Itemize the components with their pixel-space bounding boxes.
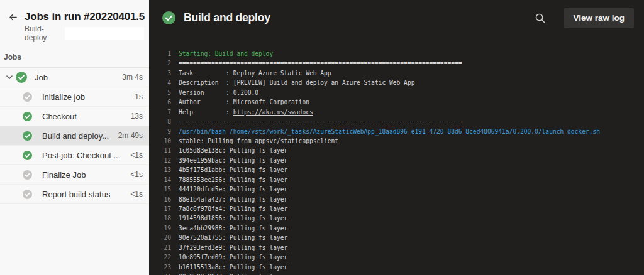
job-duration: <1s bbox=[130, 190, 143, 198]
line-number[interactable]: 6 bbox=[157, 97, 171, 107]
log-text: Starting: Build and deploy bbox=[179, 49, 273, 58]
sidebar: Jobs in run #20220401.5 Build-deploy Job… bbox=[0, 0, 149, 275]
log-link[interactable]: https://aka.ms/swadocs bbox=[233, 109, 313, 116]
log-line: 2210e895f7ed09: Pulling fs layer bbox=[157, 252, 644, 262]
job-duration: 3m 4s bbox=[122, 73, 143, 82]
log-text: 1914598d1856: Pulling fs layer bbox=[179, 213, 287, 223]
line-number[interactable]: 19 bbox=[157, 224, 171, 233]
log-line: 6Author : Microsoft Corporation bbox=[157, 97, 644, 107]
log-text: Version : 0.200.0 bbox=[179, 88, 258, 97]
line-number[interactable]: 13 bbox=[157, 165, 171, 175]
log-title: Build and deploy bbox=[184, 11, 270, 24]
line-number[interactable]: 20 bbox=[157, 233, 171, 242]
line-number[interactable]: 11 bbox=[157, 146, 171, 155]
log-text: 444120dfcd5e: Pulling fs layer bbox=[179, 185, 287, 194]
log-line: 23b16115513a8c: Pulling fs layer bbox=[157, 262, 644, 272]
log-line: 10stable: Pulling from appsvc/staticapps… bbox=[157, 136, 644, 146]
job-row[interactable]: Finalize Job<1s bbox=[0, 165, 149, 185]
success-check-icon bbox=[16, 72, 27, 83]
log-line: 2490e0b09a9932: Pulling fs layer bbox=[157, 272, 644, 275]
jobs-section-label: Jobs bbox=[0, 53, 149, 68]
page-subtitle-row: Build-deploy bbox=[25, 24, 144, 42]
job-duration: 13s bbox=[131, 112, 143, 121]
log-line: 7Help : https://aka.ms/swadocs bbox=[157, 107, 644, 117]
line-number[interactable]: 23 bbox=[157, 262, 171, 272]
log-line: 2137f293efd3e9: Pulling fs layer bbox=[157, 243, 644, 252]
log-line: 9/usr/bin/bash /home/vsts/work/_tasks/Az… bbox=[157, 127, 644, 136]
line-number[interactable]: 8 bbox=[157, 117, 171, 126]
neutral-check-icon bbox=[23, 190, 32, 199]
log-header: Build and deploy View raw log bbox=[149, 0, 644, 36]
log-text: 3eca4bb29988: Pulling fs layer bbox=[179, 224, 287, 233]
log-panel: Build and deploy View raw log 1Starting:… bbox=[149, 0, 644, 275]
line-number[interactable]: 2 bbox=[157, 58, 171, 68]
line-number[interactable]: 7 bbox=[157, 107, 171, 117]
log-line: 5Version : 0.200.0 bbox=[157, 88, 644, 97]
line-number[interactable]: 14 bbox=[157, 175, 171, 185]
search-button[interactable] bbox=[533, 11, 547, 25]
job-label: Finalize Job bbox=[42, 170, 86, 180]
log-line: 177a8c6f978fa4: Pulling fs layer bbox=[157, 204, 644, 213]
line-number[interactable]: 24 bbox=[157, 272, 171, 275]
log-text: 37f293efd3e9: Pulling fs layer bbox=[179, 243, 287, 252]
log-text: 1c05d83e138c: Pulling fs layer bbox=[179, 146, 287, 155]
log-line: 147885553ee256: Pulling fs layer bbox=[157, 175, 644, 185]
page-subtitle: Build-deploy bbox=[25, 24, 63, 42]
line-number[interactable]: 16 bbox=[157, 195, 171, 204]
log-line: 4Description : [PREVIEW] Build and deplo… bbox=[157, 78, 644, 87]
log-text: 90e0b09a9932: Pulling fs layer bbox=[179, 272, 287, 275]
job-row[interactable]: Job3m 4s bbox=[0, 68, 149, 87]
log-line: 193eca4bb29988: Pulling fs layer bbox=[157, 224, 644, 233]
chevron-down-icon[interactable] bbox=[5, 73, 14, 82]
log-line: 111c05d83e138c: Pulling fs layer bbox=[157, 146, 644, 155]
job-label: Post-job: Checkout ... bbox=[42, 151, 120, 160]
success-check-icon bbox=[23, 151, 32, 160]
job-row[interactable]: Checkout13s bbox=[0, 107, 149, 126]
job-label: Checkout bbox=[42, 112, 77, 121]
sidebar-header: Jobs in run #20220401.5 Build-deploy bbox=[0, 0, 149, 42]
log-line: 1Starting: Build and deploy bbox=[157, 49, 644, 58]
job-row[interactable]: Initialize job1s bbox=[0, 87, 149, 107]
log-text: 88e1b4afa427: Pulling fs layer bbox=[179, 195, 287, 204]
log-text: Description : [PREVIEW] Build and deploy… bbox=[179, 78, 414, 87]
log-text: b16115513a8c: Pulling fs layer bbox=[179, 262, 287, 272]
log-text: 7885553ee256: Pulling fs layer bbox=[179, 175, 287, 185]
log-line: 3Task : Deploy Azure Static Web App bbox=[157, 68, 644, 78]
app-container: Jobs in run #20220401.5 Build-deploy Job… bbox=[0, 0, 644, 275]
log-line: 1688e1b4afa427: Pulling fs layer bbox=[157, 195, 644, 204]
line-number[interactable]: 5 bbox=[157, 88, 171, 97]
log-line: 181914598d1856: Pulling fs layer bbox=[157, 213, 644, 223]
log-line: 134b5f175d1abb: Pulling fs layer bbox=[157, 165, 644, 175]
line-number[interactable]: 9 bbox=[157, 127, 171, 136]
line-number[interactable]: 10 bbox=[157, 136, 171, 146]
line-number[interactable]: 1 bbox=[157, 49, 171, 58]
job-row[interactable]: Build and deploy...2m 49s bbox=[0, 126, 149, 146]
job-row[interactable]: Post-job: Checkout ...<1s bbox=[0, 146, 149, 165]
line-number[interactable]: 18 bbox=[157, 213, 171, 223]
line-number[interactable]: 3 bbox=[157, 68, 171, 78]
log-text: Task : Deploy Azure Static Web App bbox=[179, 68, 331, 78]
line-number[interactable]: 17 bbox=[157, 204, 171, 213]
line-number[interactable]: 21 bbox=[157, 243, 171, 252]
job-label: Build and deploy... bbox=[42, 131, 109, 141]
line-number[interactable]: 12 bbox=[157, 156, 171, 165]
log-text: stable: Pulling from appsvc/staticappscl… bbox=[179, 136, 338, 146]
job-label: Initialize job bbox=[42, 92, 85, 102]
redacted-text bbox=[65, 27, 144, 40]
log-text: 4b5f175d1abb: Pulling fs layer bbox=[179, 165, 287, 175]
log-line: 2090e7520a1755: Pulling fs layer bbox=[157, 233, 644, 242]
job-row[interactable]: Report build status<1s bbox=[0, 185, 149, 204]
jobs-list: Job3m 4sInitialize job1sCheckout13sBuild… bbox=[0, 68, 149, 204]
log-text: Author : Microsoft Corporation bbox=[179, 97, 309, 107]
job-label: Report build status bbox=[42, 190, 110, 199]
view-raw-log-button[interactable]: View raw log bbox=[564, 8, 634, 28]
back-button[interactable] bbox=[6, 10, 19, 24]
log-text: 10e895f7ed09: Pulling fs layer bbox=[179, 252, 287, 262]
line-number[interactable]: 22 bbox=[157, 252, 171, 262]
line-number[interactable]: 4 bbox=[157, 78, 171, 87]
success-check-icon bbox=[162, 11, 175, 24]
job-duration: <1s bbox=[130, 151, 143, 159]
line-number[interactable]: 15 bbox=[157, 185, 171, 194]
success-check-icon bbox=[23, 131, 32, 141]
job-label: Job bbox=[35, 73, 48, 82]
